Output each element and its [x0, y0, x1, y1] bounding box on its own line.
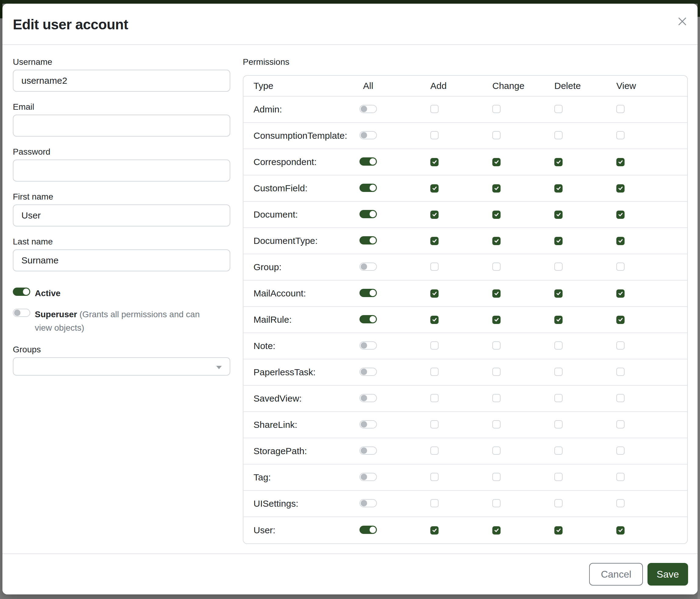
- perm-add-checkbox[interactable]: [430, 316, 439, 324]
- perm-delete-checkbox[interactable]: [554, 341, 562, 350]
- groups-select[interactable]: [13, 357, 230, 376]
- perm-change-checkbox[interactable]: [492, 316, 501, 324]
- perm-all-toggle[interactable]: [359, 158, 377, 166]
- perm-add-checkbox[interactable]: [430, 341, 439, 350]
- perm-delete-checkbox[interactable]: [554, 316, 562, 324]
- last-name-input[interactable]: [13, 249, 230, 271]
- perm-add-checkbox[interactable]: [430, 420, 439, 429]
- perm-add-checkbox[interactable]: [430, 158, 439, 166]
- toggle-knob: [361, 342, 367, 349]
- perm-view-checkbox[interactable]: [616, 184, 625, 193]
- perm-delete-checkbox[interactable]: [554, 184, 562, 193]
- perm-add-checkbox[interactable]: [430, 184, 439, 193]
- perm-view-checkbox[interactable]: [616, 341, 625, 350]
- email-input[interactable]: [13, 115, 230, 137]
- perm-delete-checkbox[interactable]: [554, 420, 562, 429]
- perm-all-toggle[interactable]: [359, 105, 377, 113]
- toggle-knob: [361, 368, 367, 375]
- perm-change-checkbox[interactable]: [492, 237, 501, 245]
- perm-delete-checkbox[interactable]: [554, 526, 562, 534]
- perm-view-checkbox[interactable]: [616, 263, 625, 271]
- perm-change-checkbox[interactable]: [492, 158, 501, 166]
- perm-view-checkbox[interactable]: [616, 211, 625, 219]
- perm-delete-checkbox[interactable]: [554, 158, 562, 166]
- perm-change-checkbox[interactable]: [492, 131, 501, 139]
- perm-change-checkbox[interactable]: [492, 211, 501, 219]
- perm-all-toggle[interactable]: [359, 526, 377, 534]
- perm-add-checkbox[interactable]: [430, 211, 439, 219]
- perm-add-checkbox[interactable]: [430, 368, 439, 376]
- perm-add-checkbox[interactable]: [430, 394, 439, 402]
- perm-change-checkbox[interactable]: [492, 263, 501, 271]
- perm-change-checkbox[interactable]: [492, 526, 501, 534]
- perm-change-checkbox[interactable]: [492, 184, 501, 193]
- perm-view-checkbox[interactable]: [616, 394, 625, 402]
- perm-all-toggle[interactable]: [359, 315, 377, 324]
- superuser-toggle[interactable]: [13, 309, 30, 317]
- perm-all-toggle[interactable]: [359, 131, 377, 139]
- perm-delete-checkbox[interactable]: [554, 263, 562, 271]
- perm-view-checkbox[interactable]: [616, 368, 625, 376]
- perm-delete-checkbox[interactable]: [554, 368, 562, 376]
- perm-all-toggle[interactable]: [359, 184, 377, 192]
- perm-add-checkbox[interactable]: [430, 473, 439, 481]
- cancel-button[interactable]: Cancel: [589, 563, 643, 585]
- perm-delete-checkbox[interactable]: [554, 473, 562, 481]
- perm-add-checkbox[interactable]: [430, 263, 439, 271]
- perm-change-checkbox[interactable]: [492, 394, 501, 402]
- perm-change-checkbox[interactable]: [492, 105, 501, 113]
- perm-delete-checkbox[interactable]: [554, 211, 562, 219]
- perm-all-toggle[interactable]: [359, 368, 377, 376]
- perm-add-checkbox[interactable]: [430, 131, 439, 139]
- perm-view-checkbox[interactable]: [616, 131, 625, 139]
- perm-all-toggle[interactable]: [359, 210, 377, 218]
- perm-delete-checkbox[interactable]: [554, 105, 562, 113]
- perm-view-checkbox[interactable]: [616, 105, 625, 113]
- perm-all-toggle[interactable]: [359, 236, 377, 244]
- perm-change-checkbox[interactable]: [492, 368, 501, 376]
- perm-change-checkbox[interactable]: [492, 473, 501, 481]
- perm-all-toggle[interactable]: [359, 394, 377, 402]
- perm-all-toggle[interactable]: [359, 447, 377, 455]
- perm-delete-checkbox[interactable]: [554, 131, 562, 139]
- save-button[interactable]: Save: [648, 563, 688, 585]
- username-input[interactable]: [13, 70, 230, 92]
- perm-view-checkbox[interactable]: [616, 526, 625, 534]
- perm-view-checkbox[interactable]: [616, 447, 625, 455]
- perm-change-checkbox[interactable]: [492, 447, 501, 455]
- permission-row: Tag:: [243, 464, 687, 491]
- perm-delete-checkbox[interactable]: [554, 447, 562, 455]
- perm-view-checkbox[interactable]: [616, 499, 625, 507]
- perm-delete-checkbox[interactable]: [554, 499, 562, 507]
- perm-view-checkbox[interactable]: [616, 158, 625, 166]
- perm-add-checkbox[interactable]: [430, 447, 439, 455]
- perm-change-checkbox[interactable]: [492, 420, 501, 429]
- perm-view-checkbox[interactable]: [616, 237, 625, 245]
- perm-all-toggle[interactable]: [359, 473, 377, 481]
- perm-view-checkbox[interactable]: [616, 420, 625, 429]
- first-name-input[interactable]: [13, 205, 230, 226]
- close-button[interactable]: [676, 16, 688, 27]
- perm-all-toggle[interactable]: [359, 420, 377, 429]
- perm-all-toggle[interactable]: [359, 263, 377, 271]
- perm-view-checkbox[interactable]: [616, 289, 625, 298]
- perm-add-checkbox[interactable]: [430, 289, 439, 298]
- perm-view-checkbox[interactable]: [616, 316, 625, 324]
- page-scrollbar[interactable]: [698, 0, 700, 599]
- perm-delete-checkbox[interactable]: [554, 237, 562, 245]
- perm-delete-checkbox[interactable]: [554, 394, 562, 402]
- perm-all-toggle[interactable]: [359, 499, 377, 507]
- perm-add-checkbox[interactable]: [430, 499, 439, 507]
- perm-all-toggle[interactable]: [359, 289, 377, 297]
- active-toggle[interactable]: [13, 288, 30, 296]
- perm-change-checkbox[interactable]: [492, 499, 501, 507]
- perm-delete-checkbox[interactable]: [554, 289, 562, 298]
- password-input[interactable]: [13, 160, 230, 182]
- perm-change-checkbox[interactable]: [492, 289, 501, 298]
- perm-add-checkbox[interactable]: [430, 105, 439, 113]
- perm-add-checkbox[interactable]: [430, 526, 439, 534]
- perm-view-checkbox[interactable]: [616, 473, 625, 481]
- perm-add-checkbox[interactable]: [430, 237, 439, 245]
- perm-change-checkbox[interactable]: [492, 341, 501, 350]
- perm-all-toggle[interactable]: [359, 341, 377, 350]
